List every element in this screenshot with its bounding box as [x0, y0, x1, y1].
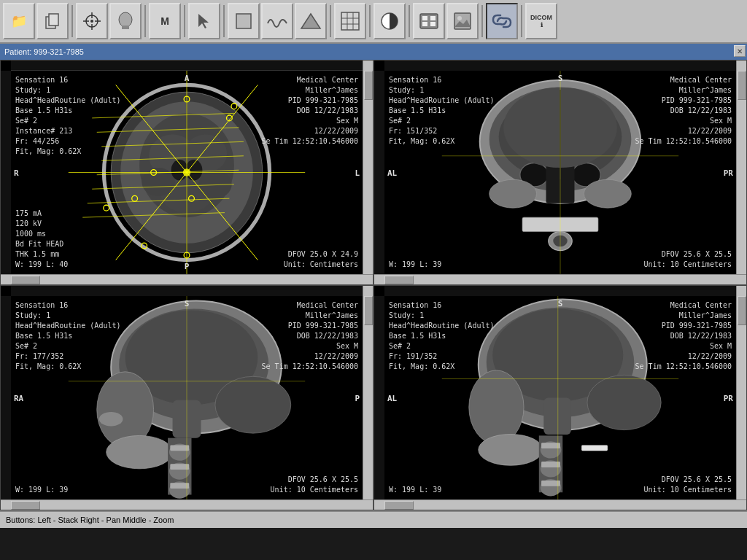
info-sag2-bottomleft: W: 199 L: 39 — [389, 485, 441, 495]
btn-copy[interactable] — [36, 3, 69, 39]
scroll-h-coronal[interactable] — [374, 274, 746, 284]
main-content: Patient: 999-321-7985 ✕ — [0, 44, 747, 560]
sep9 — [521, 5, 522, 37]
sep8 — [481, 5, 483, 37]
btn-mountain[interactable] — [295, 3, 327, 39]
orient-p-bl: P — [355, 393, 360, 402]
svg-point-55 — [183, 168, 190, 176]
btn-head[interactable] — [109, 3, 142, 39]
orient-al-tr: AL — [387, 168, 397, 177]
btn-square[interactable] — [228, 3, 260, 39]
sep7 — [409, 5, 410, 37]
orient-ra-bl: RA — [14, 393, 23, 402]
svg-rect-11 — [236, 14, 251, 28]
btn-grid[interactable] — [334, 3, 366, 39]
scroll-v-coronal[interactable] — [736, 61, 746, 284]
svg-point-104 — [479, 434, 543, 465]
titlebar: Patient: 999-321-7985 ✕ — [0, 44, 747, 60]
svg-rect-1 — [49, 14, 58, 26]
sep3 — [184, 5, 185, 37]
scroll-h-sag1[interactable] — [1, 499, 373, 510]
svg-point-87 — [107, 435, 173, 468]
svg-rect-92 — [170, 445, 189, 451]
svg-point-86 — [99, 412, 123, 426]
btn-export[interactable] — [446, 3, 479, 39]
info-coronal-topleft: Sensation 16Study: 1Head^HeadRoutine (Ad… — [389, 75, 495, 147]
viewport-area: A P R L Sensation 16Study: 1Head^HeadRou… — [0, 60, 747, 510]
btn-cursor[interactable] — [188, 3, 220, 39]
svg-marker-12 — [301, 14, 320, 28]
btn-crosshair[interactable] — [76, 3, 108, 39]
info-axial-topleft: Sensation 16Study: 1Head^HeadRoutine (Ad… — [15, 75, 121, 157]
svg-rect-93 — [170, 464, 189, 470]
scroll-thumb-sag1-v[interactable] — [364, 296, 373, 325]
viewport-sagittal2[interactable]: S AL PR Sensation 16Study: 1Head^HeadRou… — [374, 285, 747, 510]
scroll-thumb-coronal-v[interactable] — [738, 71, 746, 100]
svg-rect-23 — [430, 22, 436, 26]
btn-wave[interactable] — [261, 3, 293, 39]
info-sag1-bottomleft: W: 199 L: 39 — [15, 485, 68, 495]
sep4 — [223, 5, 225, 37]
svg-point-70 — [489, 179, 537, 208]
svg-rect-110 — [541, 443, 560, 448]
orient-s-tr: S — [558, 74, 563, 83]
scroll-thumb-v[interactable] — [364, 71, 373, 100]
scroll-v-axial[interactable] — [363, 61, 373, 284]
btn-film[interactable] — [413, 3, 445, 39]
btn-measure[interactable]: M — [149, 3, 181, 39]
close-button[interactable]: ✕ — [734, 45, 746, 57]
btn-open[interactable]: 📁 — [3, 3, 35, 39]
orient-s-bl: S — [185, 299, 190, 308]
orient-s-br: S — [558, 299, 563, 308]
info-coronal-bottomright: DFOV 25.6 X 25.5Unit: 10 Centimeters — [644, 249, 732, 270]
status-text: Buttons: Left - Stack Right - Pan Middle… — [6, 516, 174, 524]
title-text: Patient: 999-321-7985 — [4, 47, 84, 56]
sep6 — [369, 5, 371, 37]
svg-rect-111 — [541, 462, 560, 467]
info-coronal-topright: Medical CenterMiller^JamesPID 999-321-79… — [635, 75, 732, 147]
orient-al-br: AL — [387, 393, 397, 402]
statusbar: Buttons: Left - Stack Right - Pan Middle… — [0, 510, 747, 528]
info-sag2-bottomright: DFOV 25.6 X 25.5Unit: 10 Centimeters — [644, 475, 732, 495]
info-axial-bottomright: DFOV 25.0 X 24.9Unit: Centimeters — [284, 249, 358, 270]
svg-point-25 — [457, 16, 462, 20]
info-sag1-bottomright: DFOV 25.6 X 25.5Unit: 10 Centimeters — [271, 475, 358, 495]
svg-rect-94 — [170, 483, 189, 489]
scroll-thumb-sag2-v[interactable] — [738, 296, 746, 325]
svg-rect-112 — [541, 481, 560, 486]
btn-contrast[interactable] — [374, 3, 406, 39]
btn-link[interactable] — [486, 3, 518, 39]
btn-dicom[interactable]: DICOM ℹ — [525, 3, 557, 39]
info-coronal-bottomleft: W: 199 L: 39 — [389, 260, 441, 270]
sep1 — [71, 5, 73, 37]
info-sag2-topright: Medical CenterMiller^JamesPID 999-321-79… — [635, 300, 732, 372]
orient-l: L — [355, 168, 360, 177]
orient-r: R — [14, 168, 19, 177]
scroll-thumb-sag1-h[interactable] — [11, 501, 40, 510]
scroll-h-axial[interactable] — [1, 274, 373, 284]
svg-rect-101 — [543, 398, 571, 435]
svg-rect-21 — [430, 16, 436, 20]
scroll-thumb-sag2-h[interactable] — [384, 501, 414, 510]
info-sag2-topleft: Sensation 16Study: 1Head^HeadRoutine (Ad… — [389, 300, 495, 372]
viewport-axial[interactable]: A P R L Sensation 16Study: 1Head^HeadRou… — [0, 60, 374, 285]
svg-marker-10 — [198, 14, 209, 28]
viewport-sagittal1[interactable]: S RA P Sensation 16Study: 1Head^HeadRout… — [0, 285, 374, 510]
svg-point-84 — [215, 376, 291, 433]
viewport-coronal[interactable]: S AL PR Sensation 16Study: 1Head^HeadRou… — [374, 60, 747, 285]
scroll-h-sag2[interactable] — [374, 499, 746, 510]
info-sag1-topright: Medical CenterMiller^JamesPID 999-321-79… — [262, 300, 358, 372]
orient-a: A — [185, 74, 190, 83]
svg-point-36 — [142, 168, 174, 196]
svg-rect-13 — [341, 12, 359, 30]
scroll-thumb-coronal-h[interactable] — [384, 276, 414, 284]
scroll-v-sag2[interactable] — [736, 286, 746, 510]
scroll-thumb-h[interactable] — [11, 276, 40, 284]
info-axial-bottomleft: 175 mA120 kV1000 msBd Fit HEADTHK 1.5 mm… — [15, 209, 68, 270]
svg-rect-22 — [422, 22, 427, 26]
svg-point-7 — [90, 20, 93, 23]
scroll-v-sag1[interactable] — [363, 286, 373, 510]
svg-point-103 — [469, 370, 524, 444]
sep5 — [330, 5, 331, 37]
info-sag1-topleft: Sensation 16Study: 1Head^HeadRoutine (Ad… — [15, 300, 121, 372]
